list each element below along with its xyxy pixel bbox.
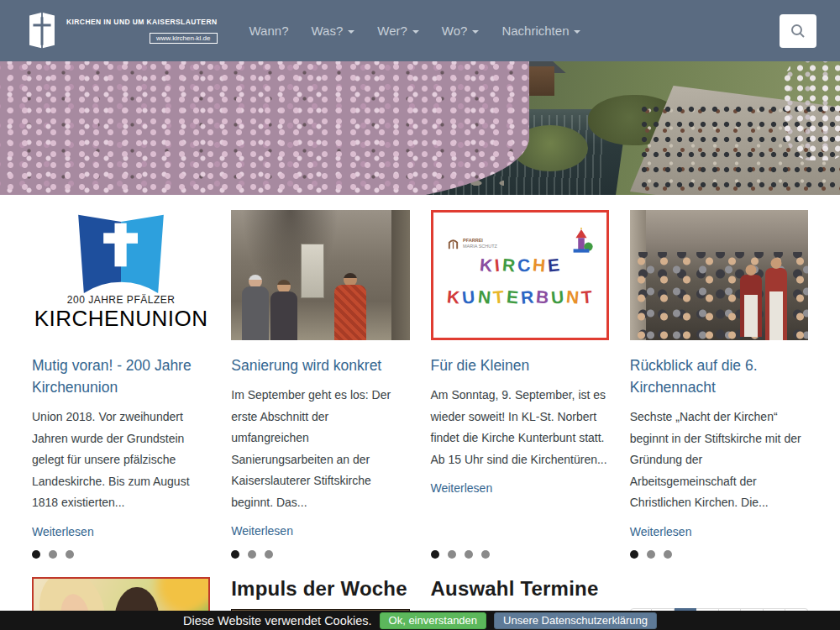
kirchennacht-photo[interactable] bbox=[630, 210, 808, 340]
carousel-dots bbox=[32, 538, 210, 559]
nav-item-wann[interactable]: Wann? bbox=[249, 24, 289, 38]
brand-text: KIRCHEN IN UND UM KAISERSLAUTERN www.kir… bbox=[66, 18, 218, 44]
card-title[interactable]: Für die Kleinen bbox=[431, 354, 609, 376]
white-blossom-shape bbox=[781, 61, 840, 160]
nav-item-nachrichten[interactable]: Nachrichten bbox=[501, 24, 580, 38]
carousel-dot[interactable] bbox=[647, 550, 655, 559]
carousel-dot-active[interactable] bbox=[431, 550, 439, 559]
nav-item-label: Wann? bbox=[249, 24, 289, 38]
kunterbunt-title-words: KIRCHEKUNTERBUNT bbox=[433, 255, 606, 319]
clergy-robe-shape bbox=[765, 268, 787, 340]
chevron-down-icon bbox=[574, 30, 580, 34]
carousel-dots bbox=[231, 538, 409, 559]
card-text: Am Sonntag, 9. September, ist es wieder … bbox=[431, 385, 609, 470]
parish-arch-icon bbox=[447, 238, 459, 250]
top-navbar: KIRCHEN IN UND UM KAISERSLAUTERN www.kir… bbox=[0, 0, 840, 61]
carousel-dot[interactable] bbox=[265, 550, 273, 559]
cookie-message: Diese Website verwendet Cookies. bbox=[183, 614, 372, 627]
brand-title: KIRCHEN IN UND UM KAISERSLAUTERN bbox=[66, 18, 218, 26]
hero-image bbox=[0, 61, 840, 195]
carousel-dot[interactable] bbox=[481, 550, 490, 559]
kirchenunion-logo-image[interactable]: 200 JAHRE PFÄLZER KIRCHENUNION bbox=[32, 210, 210, 340]
cookie-accept-button[interactable]: Ok, einverstanden bbox=[380, 612, 487, 629]
carousel-dot-active[interactable] bbox=[32, 550, 40, 559]
chevron-down-icon bbox=[348, 30, 354, 34]
nav-item-label: Wer? bbox=[377, 24, 407, 38]
carousel-dot-active[interactable] bbox=[231, 550, 239, 559]
readmore-link[interactable]: Weiterlesen bbox=[231, 524, 409, 538]
carousel-dot[interactable] bbox=[248, 550, 256, 559]
search-button[interactable] bbox=[780, 14, 816, 48]
kirche-kunterbunt-image[interactable]: PFARREI MARIA SCHUTZ KIRCHEKUNTERBUNT bbox=[431, 210, 609, 340]
carousel-dot[interactable] bbox=[448, 550, 456, 559]
news-card-kirchennacht: Rückblick auf die 6. Kirchennacht Sechst… bbox=[630, 210, 808, 559]
nav-item-wo[interactable]: Wo? bbox=[442, 24, 480, 38]
clergy-robe-shape bbox=[740, 275, 762, 337]
person-shape bbox=[270, 280, 297, 340]
nav-item-label: Wo? bbox=[442, 24, 468, 38]
child-drawing-church-icon bbox=[569, 228, 594, 255]
readmore-link[interactable]: Weiterlesen bbox=[630, 525, 808, 538]
kunterbunt-word: KUNTERBUNT bbox=[433, 287, 606, 307]
chevron-down-icon bbox=[412, 30, 419, 34]
card-text: Im September geht es los: Der erste Absc… bbox=[231, 385, 409, 513]
news-card-sanierung: Sanierung wird konkret Im September geht… bbox=[231, 210, 409, 559]
nav-item-wer[interactable]: Wer? bbox=[377, 24, 419, 38]
main-content: 200 JAHRE PFÄLZER KIRCHENUNION Mutig vor… bbox=[0, 195, 840, 630]
carousel-dot-active[interactable] bbox=[630, 550, 638, 559]
news-cards-row: 200 JAHRE PFÄLZER KIRCHENUNION Mutig vor… bbox=[0, 195, 840, 559]
page: KIRCHEN IN UND UM KAISERSLAUTERN www.kir… bbox=[0, 0, 840, 630]
card-title[interactable]: Rückblick auf die 6. Kirchennacht bbox=[630, 354, 808, 398]
kunterbunt-word: KIRCHE bbox=[433, 255, 606, 276]
card-text: Sechste „Nacht der Kirchen“ beginnt in d… bbox=[630, 407, 808, 514]
brand-url: www.kirchen-kl.de bbox=[150, 33, 217, 44]
nav-item-label: Was? bbox=[311, 24, 343, 38]
card-text: Union 2018. Vor zweihundert Jahren wurde… bbox=[32, 407, 210, 514]
readmore-link[interactable]: Weiterlesen bbox=[431, 481, 609, 495]
readmore-link[interactable]: Weiterlesen bbox=[32, 525, 210, 538]
info-banner-shape bbox=[301, 244, 324, 298]
carousel-dot[interactable] bbox=[49, 550, 57, 559]
pfarrei-line2: MARIA SCHUTZ bbox=[463, 244, 497, 249]
cherry-blossom-shape bbox=[0, 61, 529, 195]
chevron-down-icon bbox=[472, 30, 479, 34]
impuls-heading: Impuls der Woche bbox=[231, 577, 409, 601]
pfarrei-line1: PFARREI bbox=[463, 238, 497, 244]
brand-url-row: www.kirchen-kl.de bbox=[66, 29, 218, 44]
cookie-privacy-button[interactable]: Unsere Datenschutzerklärung bbox=[494, 612, 657, 629]
pfarrei-logo: PFARREI MARIA SCHUTZ bbox=[447, 238, 497, 250]
search-icon bbox=[790, 23, 806, 39]
carousel-dot[interactable] bbox=[664, 550, 672, 559]
stiftskirche-photo[interactable] bbox=[231, 210, 409, 340]
person-shape bbox=[242, 275, 269, 340]
church-column-shape bbox=[391, 210, 409, 340]
logo-line1: 200 JAHRE PFÄLZER bbox=[67, 294, 176, 306]
card-title[interactable]: Sanierung wird konkret bbox=[231, 354, 409, 376]
logo-line2: KIRCHENUNION bbox=[34, 306, 208, 332]
nav-item-was[interactable]: Was? bbox=[311, 24, 354, 38]
card-title[interactable]: Mutig voran! - 200 Jahre Kirchenunion bbox=[32, 354, 210, 398]
kirchenunion-book-cross-icon bbox=[62, 213, 180, 297]
person-shape bbox=[334, 273, 366, 340]
news-card-kunterbunt: PFARREI MARIA SCHUTZ KIRCHEKUNTERBUNT Fü… bbox=[431, 210, 609, 559]
carousel-dots bbox=[630, 538, 808, 559]
pfarrei-logo-text: PFARREI MARIA SCHUTZ bbox=[463, 238, 497, 249]
news-card-kirchenunion: 200 JAHRE PFÄLZER KIRCHENUNION Mutig vor… bbox=[32, 210, 210, 559]
nav-item-label: Nachrichten bbox=[501, 24, 569, 38]
cookie-banner: Diese Website verwendet Cookies. Ok, ein… bbox=[0, 611, 840, 630]
carousel-dot[interactable] bbox=[465, 550, 473, 559]
carousel-dots bbox=[431, 538, 609, 559]
church-cross-logo-icon bbox=[24, 10, 60, 52]
main-navigation: Wann?Was?Wer?Wo?Nachrichten bbox=[249, 24, 581, 38]
termine-heading: Auswahl Termine bbox=[431, 577, 609, 601]
site-logo[interactable]: KIRCHEN IN UND UM KAISERSLAUTERN www.kir… bbox=[24, 10, 218, 52]
carousel-dot[interactable] bbox=[66, 550, 74, 559]
